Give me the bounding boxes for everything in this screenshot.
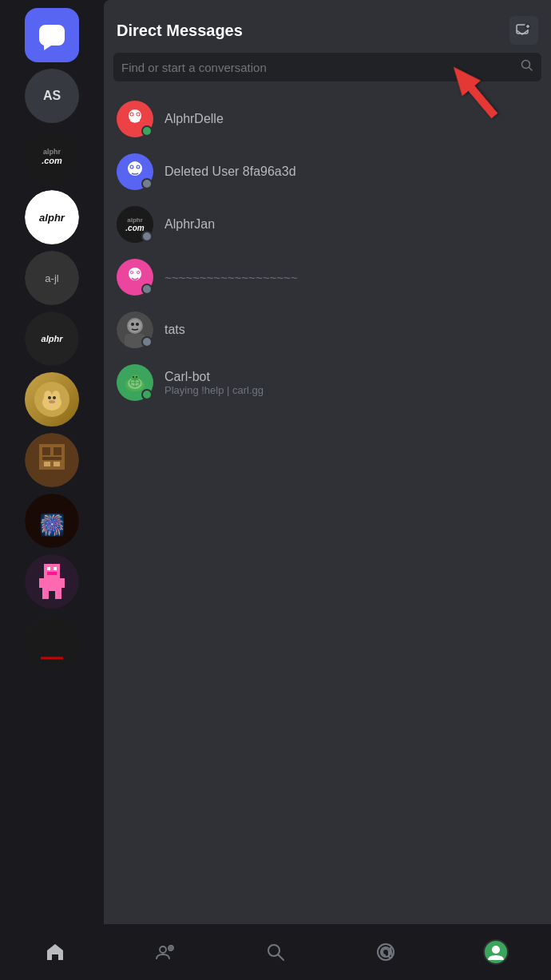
dm-panel-title: Direct Messages: [117, 22, 243, 40]
dm-name-wavy: ~~~~~~~~~~~~~~~~~~~: [165, 271, 538, 284]
svg-point-47: [129, 268, 141, 280]
svg-point-57: [136, 323, 139, 326]
svg-point-2: [44, 391, 52, 402]
svg-point-5: [53, 396, 56, 399]
svg-rect-10: [54, 447, 61, 455]
sidebar-item-dark[interactable]: [25, 615, 79, 669]
svg-rect-13: [54, 462, 60, 466]
avatar-wrapper-deleted: [117, 153, 153, 190]
status-dot-carlbot: [141, 389, 153, 400]
sidebar-item-as[interactable]: AS: [25, 69, 79, 123]
svg-point-76: [492, 946, 500, 954]
svg-point-26: [25, 615, 79, 669]
dm-item-wavy[interactable]: ~~~~~~~~~~~~~~~~~~~: [110, 251, 545, 304]
sidebar-item-pixel[interactable]: [25, 554, 79, 609]
sidebar-item-alphr1[interactable]: alphr: [25, 190, 79, 244]
nav-item-profile[interactable]: [477, 933, 515, 971]
search-icon: [521, 59, 533, 75]
status-dot-deleted: [141, 178, 153, 189]
dm-item-deleted-user[interactable]: Deleted User 8fa96a3d: [110, 145, 545, 198]
svg-rect-20: [47, 572, 57, 575]
sidebar-item-doge[interactable]: [25, 372, 79, 427]
svg-rect-23: [58, 578, 65, 588]
sidebar-item-alphrcom[interactable]: alphr .com: [25, 129, 79, 184]
dm-item-carlbot[interactable]: Carl-bot Playing !help | carl.gg: [110, 356, 545, 409]
svg-point-44: [131, 166, 133, 168]
svg-point-6: [49, 400, 55, 403]
dm-name-deleted: Deleted User 8fa96a3d: [165, 165, 538, 179]
nav-item-friends[interactable]: [146, 933, 184, 971]
svg-rect-18: [47, 567, 50, 570]
dm-info-carlbot: Carl-bot Playing !help | carl.gg: [165, 370, 538, 396]
dm-panel: Direct Messages: [104, 0, 551, 980]
nav-item-mentions[interactable]: [367, 933, 405, 971]
svg-line-33: [529, 68, 533, 71]
nav-item-home[interactable]: [36, 933, 74, 971]
status-dot-alphrjan: [141, 231, 153, 242]
avatar-wrapper-wavy: [117, 259, 153, 296]
svg-rect-17: [44, 564, 60, 578]
svg-rect-25: [55, 591, 61, 599]
svg-rect-22: [39, 578, 46, 588]
svg-text:🎆: 🎆: [39, 512, 65, 538]
sidebar-item-singing[interactable]: 🎆: [25, 494, 79, 548]
avatar-wrapper-alphrdelle: [117, 101, 153, 137]
dm-name-alphrdelle: AlphrDelle: [165, 112, 538, 126]
dm-info-wavy: ~~~~~~~~~~~~~~~~~~~: [165, 271, 538, 284]
svg-point-38: [131, 113, 133, 116]
nav-item-search[interactable]: [256, 933, 295, 971]
svg-rect-11: [42, 457, 61, 460]
avatar-wrapper-tats: [117, 311, 153, 348]
svg-point-56: [131, 323, 134, 326]
svg-point-39: [137, 113, 140, 116]
dm-info-alphrjan: AlphrJan: [165, 217, 538, 232]
svg-rect-24: [42, 591, 49, 599]
svg-point-4: [48, 396, 51, 399]
dm-list: AlphrDelle: [104, 89, 551, 980]
svg-point-45: [137, 166, 139, 168]
dm-item-alphrdelle[interactable]: AlphrDelle: [110, 93, 545, 145]
sidebar-item-alphr2[interactable]: alphr: [25, 311, 79, 366]
dm-item-alphrjan[interactable]: alphr .com AlphrJan: [110, 198, 545, 251]
svg-rect-9: [42, 447, 50, 455]
svg-point-69: [160, 946, 166, 953]
dm-name-alphrjan: AlphrJan: [165, 217, 538, 232]
svg-point-50: [131, 272, 133, 273]
dm-status-carlbot: Playing !help | carl.gg: [165, 384, 538, 396]
avatar-wrapper-carlbot: [117, 364, 153, 401]
bottom-nav: [0, 924, 551, 980]
dm-info-alphrdelle: AlphrDelle: [165, 112, 538, 126]
dm-name-tats: tats: [165, 323, 538, 337]
search-input[interactable]: [121, 61, 514, 74]
search-bar[interactable]: [113, 53, 541, 81]
new-dm-button[interactable]: [509, 16, 538, 45]
svg-rect-12: [44, 462, 50, 466]
svg-point-64: [136, 376, 137, 378]
svg-point-3: [52, 391, 60, 402]
sidebar-item-as-label: AS: [43, 89, 61, 103]
svg-rect-19: [54, 567, 57, 570]
svg-point-63: [133, 376, 134, 378]
svg-point-51: [137, 272, 139, 273]
sidebar-item-a-jl[interactable]: a-jl: [25, 251, 79, 305]
sidebar-item-dm[interactable]: [25, 8, 79, 62]
svg-line-72: [279, 955, 284, 961]
dm-info-tats: tats: [165, 323, 538, 337]
status-dot-tats: [141, 336, 153, 347]
dm-name-carlbot: Carl-bot: [165, 370, 538, 384]
dm-header: Direct Messages: [104, 0, 551, 53]
sidebar-item-minecraft[interactable]: [25, 433, 79, 487]
status-dot-alphrdelle: [141, 125, 153, 137]
status-dot-wavy: [141, 284, 153, 295]
server-sidebar: AS alphr .com alphr a-jl alphr: [0, 0, 104, 980]
avatar-wrapper-alphrjan: alphr .com: [117, 206, 153, 243]
dm-info-deleted: Deleted User 8fa96a3d: [165, 165, 538, 179]
dm-item-tats[interactable]: tats: [110, 304, 545, 356]
